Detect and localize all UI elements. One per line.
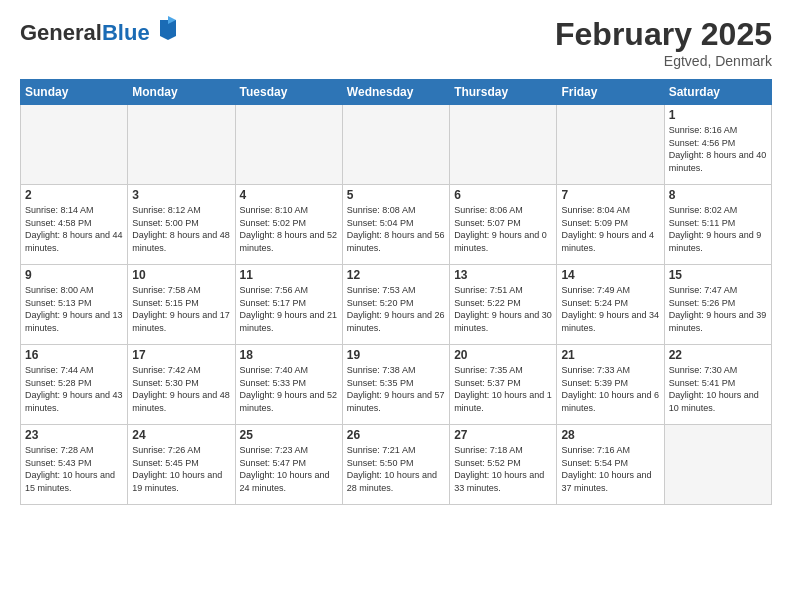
day-info: Sunrise: 7:35 AM Sunset: 5:37 PM Dayligh… [454, 364, 552, 414]
day-cell: 2Sunrise: 8:14 AM Sunset: 4:58 PM Daylig… [21, 185, 128, 265]
calendar-subtitle: Egtved, Denmark [555, 53, 772, 69]
day-number: 23 [25, 428, 123, 442]
logo-icon [158, 16, 178, 40]
day-info: Sunrise: 8:12 AM Sunset: 5:00 PM Dayligh… [132, 204, 230, 254]
day-cell: 12Sunrise: 7:53 AM Sunset: 5:20 PM Dayli… [342, 265, 449, 345]
day-cell: 23Sunrise: 7:28 AM Sunset: 5:43 PM Dayli… [21, 425, 128, 505]
day-cell: 13Sunrise: 7:51 AM Sunset: 5:22 PM Dayli… [450, 265, 557, 345]
week-row-2: 2Sunrise: 8:14 AM Sunset: 4:58 PM Daylig… [21, 185, 772, 265]
day-info: Sunrise: 7:53 AM Sunset: 5:20 PM Dayligh… [347, 284, 445, 334]
logo-blue-text: Blue [102, 20, 150, 45]
header-day-friday: Friday [557, 80, 664, 105]
header-day-monday: Monday [128, 80, 235, 105]
day-info: Sunrise: 8:06 AM Sunset: 5:07 PM Dayligh… [454, 204, 552, 254]
day-number: 17 [132, 348, 230, 362]
day-cell: 9Sunrise: 8:00 AM Sunset: 5:13 PM Daylig… [21, 265, 128, 345]
day-number: 25 [240, 428, 338, 442]
day-cell: 17Sunrise: 7:42 AM Sunset: 5:30 PM Dayli… [128, 345, 235, 425]
day-cell: 26Sunrise: 7:21 AM Sunset: 5:50 PM Dayli… [342, 425, 449, 505]
logo: GeneralBlue [20, 16, 178, 44]
day-info: Sunrise: 7:30 AM Sunset: 5:41 PM Dayligh… [669, 364, 767, 414]
day-number: 1 [669, 108, 767, 122]
calendar-header-row: SundayMondayTuesdayWednesdayThursdayFrid… [21, 80, 772, 105]
week-row-1: 1Sunrise: 8:16 AM Sunset: 4:56 PM Daylig… [21, 105, 772, 185]
logo-general-text: General [20, 20, 102, 45]
day-info: Sunrise: 8:10 AM Sunset: 5:02 PM Dayligh… [240, 204, 338, 254]
day-number: 13 [454, 268, 552, 282]
day-cell: 16Sunrise: 7:44 AM Sunset: 5:28 PM Dayli… [21, 345, 128, 425]
day-cell: 25Sunrise: 7:23 AM Sunset: 5:47 PM Dayli… [235, 425, 342, 505]
day-number: 4 [240, 188, 338, 202]
day-number: 19 [347, 348, 445, 362]
page: GeneralBlue February 2025 Egtved, Denmar… [0, 0, 792, 515]
day-number: 3 [132, 188, 230, 202]
day-info: Sunrise: 7:21 AM Sunset: 5:50 PM Dayligh… [347, 444, 445, 494]
day-cell: 4Sunrise: 8:10 AM Sunset: 5:02 PM Daylig… [235, 185, 342, 265]
day-info: Sunrise: 8:14 AM Sunset: 4:58 PM Dayligh… [25, 204, 123, 254]
day-info: Sunrise: 7:16 AM Sunset: 5:54 PM Dayligh… [561, 444, 659, 494]
day-cell [664, 425, 771, 505]
header-day-sunday: Sunday [21, 80, 128, 105]
week-row-5: 23Sunrise: 7:28 AM Sunset: 5:43 PM Dayli… [21, 425, 772, 505]
header-day-thursday: Thursday [450, 80, 557, 105]
week-row-4: 16Sunrise: 7:44 AM Sunset: 5:28 PM Dayli… [21, 345, 772, 425]
day-cell: 20Sunrise: 7:35 AM Sunset: 5:37 PM Dayli… [450, 345, 557, 425]
day-number: 24 [132, 428, 230, 442]
day-number: 27 [454, 428, 552, 442]
day-info: Sunrise: 7:38 AM Sunset: 5:35 PM Dayligh… [347, 364, 445, 414]
day-info: Sunrise: 7:49 AM Sunset: 5:24 PM Dayligh… [561, 284, 659, 334]
day-number: 6 [454, 188, 552, 202]
day-cell: 24Sunrise: 7:26 AM Sunset: 5:45 PM Dayli… [128, 425, 235, 505]
day-cell [21, 105, 128, 185]
day-cell: 3Sunrise: 8:12 AM Sunset: 5:00 PM Daylig… [128, 185, 235, 265]
day-cell: 10Sunrise: 7:58 AM Sunset: 5:15 PM Dayli… [128, 265, 235, 345]
day-info: Sunrise: 8:16 AM Sunset: 4:56 PM Dayligh… [669, 124, 767, 174]
day-info: Sunrise: 7:56 AM Sunset: 5:17 PM Dayligh… [240, 284, 338, 334]
day-info: Sunrise: 7:58 AM Sunset: 5:15 PM Dayligh… [132, 284, 230, 334]
day-number: 21 [561, 348, 659, 362]
day-info: Sunrise: 7:42 AM Sunset: 5:30 PM Dayligh… [132, 364, 230, 414]
day-cell: 21Sunrise: 7:33 AM Sunset: 5:39 PM Dayli… [557, 345, 664, 425]
day-info: Sunrise: 7:40 AM Sunset: 5:33 PM Dayligh… [240, 364, 338, 414]
calendar-title: February 2025 [555, 16, 772, 53]
day-number: 14 [561, 268, 659, 282]
calendar-table: SundayMondayTuesdayWednesdayThursdayFrid… [20, 79, 772, 505]
day-info: Sunrise: 8:02 AM Sunset: 5:11 PM Dayligh… [669, 204, 767, 254]
day-number: 28 [561, 428, 659, 442]
day-number: 5 [347, 188, 445, 202]
day-info: Sunrise: 7:23 AM Sunset: 5:47 PM Dayligh… [240, 444, 338, 494]
day-info: Sunrise: 7:44 AM Sunset: 5:28 PM Dayligh… [25, 364, 123, 414]
day-cell: 7Sunrise: 8:04 AM Sunset: 5:09 PM Daylig… [557, 185, 664, 265]
day-info: Sunrise: 7:18 AM Sunset: 5:52 PM Dayligh… [454, 444, 552, 494]
day-info: Sunrise: 7:28 AM Sunset: 5:43 PM Dayligh… [25, 444, 123, 494]
day-number: 15 [669, 268, 767, 282]
day-number: 8 [669, 188, 767, 202]
day-number: 26 [347, 428, 445, 442]
day-info: Sunrise: 8:04 AM Sunset: 5:09 PM Dayligh… [561, 204, 659, 254]
day-number: 12 [347, 268, 445, 282]
day-info: Sunrise: 7:51 AM Sunset: 5:22 PM Dayligh… [454, 284, 552, 334]
day-cell [557, 105, 664, 185]
day-cell: 22Sunrise: 7:30 AM Sunset: 5:41 PM Dayli… [664, 345, 771, 425]
day-number: 2 [25, 188, 123, 202]
header-day-tuesday: Tuesday [235, 80, 342, 105]
day-cell [450, 105, 557, 185]
day-info: Sunrise: 7:26 AM Sunset: 5:45 PM Dayligh… [132, 444, 230, 494]
day-number: 10 [132, 268, 230, 282]
day-cell [342, 105, 449, 185]
day-cell [235, 105, 342, 185]
day-number: 18 [240, 348, 338, 362]
day-info: Sunrise: 7:47 AM Sunset: 5:26 PM Dayligh… [669, 284, 767, 334]
day-info: Sunrise: 7:33 AM Sunset: 5:39 PM Dayligh… [561, 364, 659, 414]
day-number: 9 [25, 268, 123, 282]
day-cell: 6Sunrise: 8:06 AM Sunset: 5:07 PM Daylig… [450, 185, 557, 265]
day-cell: 15Sunrise: 7:47 AM Sunset: 5:26 PM Dayli… [664, 265, 771, 345]
day-number: 16 [25, 348, 123, 362]
day-cell [128, 105, 235, 185]
day-info: Sunrise: 8:08 AM Sunset: 5:04 PM Dayligh… [347, 204, 445, 254]
header-day-wednesday: Wednesday [342, 80, 449, 105]
week-row-3: 9Sunrise: 8:00 AM Sunset: 5:13 PM Daylig… [21, 265, 772, 345]
day-cell: 18Sunrise: 7:40 AM Sunset: 5:33 PM Dayli… [235, 345, 342, 425]
day-cell: 14Sunrise: 7:49 AM Sunset: 5:24 PM Dayli… [557, 265, 664, 345]
day-cell: 5Sunrise: 8:08 AM Sunset: 5:04 PM Daylig… [342, 185, 449, 265]
